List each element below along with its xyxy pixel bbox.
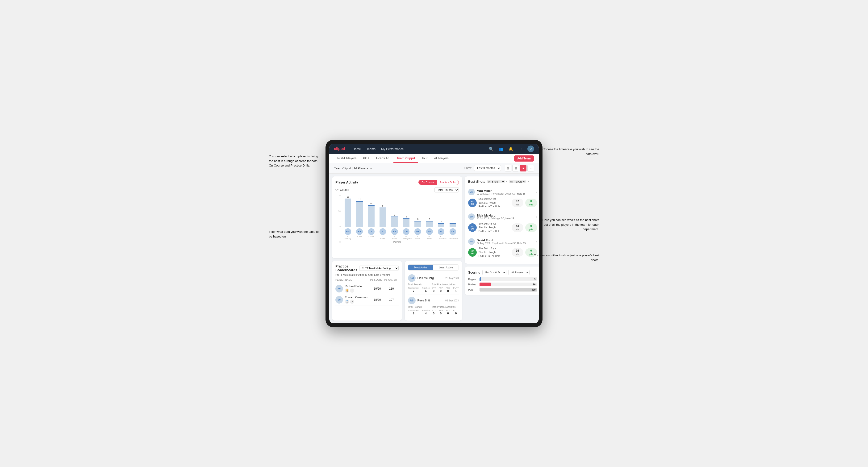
shot-meta-miller: 09 Jun 2023 · Royal North Devon GC, Hole… bbox=[477, 192, 526, 195]
avatar-coles: JC bbox=[379, 228, 386, 235]
least-active-btn[interactable]: Least Active bbox=[433, 264, 459, 270]
page-wrapper: You can select which player is doing the… bbox=[269, 140, 599, 327]
sub-nav: PGAT Players PGA Hcaps 1-5 Team Clippd T… bbox=[329, 154, 539, 163]
sub-nav-pgat[interactable]: PGAT Players bbox=[334, 154, 360, 163]
show-label: Show: bbox=[464, 166, 472, 170]
bar-butler bbox=[414, 221, 421, 227]
practice-acts-row-mcHarg: GTT 0 APP 0 bbox=[432, 287, 459, 293]
putt-val-mcHarg: 1 bbox=[453, 289, 459, 293]
practice-leaderboard-card: Practice Leaderboards PUTT Must Make Put… bbox=[332, 261, 402, 320]
arg-label-britt: ARG bbox=[446, 309, 451, 312]
shots-type-select[interactable]: All Shots Best Shots bbox=[487, 180, 505, 183]
gtt-val-britt: 0 bbox=[432, 312, 436, 315]
users-icon[interactable]: 👥 bbox=[498, 146, 504, 152]
avatar-britt: BB bbox=[356, 228, 363, 235]
shot-yds-miller: 67yds bbox=[512, 198, 523, 207]
bar-group-robertson: 2 bbox=[450, 194, 456, 227]
timescale-select[interactable]: Last 3 months Last month Last 6 months L… bbox=[474, 165, 501, 171]
col-player-name: PLAYER NAME bbox=[335, 279, 370, 281]
shot-player-info-miller: Matt Miller 09 Jun 2023 · Royal North De… bbox=[477, 189, 526, 195]
player-activity-header: Player Activity On Course Practice Drill… bbox=[335, 180, 459, 185]
view-grid3-button[interactable]: ⊟ bbox=[512, 165, 519, 172]
chevron-right-miller: › bbox=[536, 190, 537, 194]
arg-val-mcHarg: 0 bbox=[446, 289, 451, 293]
x-label-ebert: E. Ebert bbox=[391, 236, 398, 240]
add-team-button[interactable]: Add Team bbox=[514, 155, 534, 161]
shot-player-header-miller: MM Matt Miller 09 Jun 2023 · Royal North… bbox=[468, 189, 537, 195]
scoring-val-pars: 499 bbox=[532, 288, 536, 291]
sub-nav-tour[interactable]: Tour bbox=[418, 154, 431, 163]
sub-nav-pga[interactable]: PGA bbox=[360, 154, 373, 163]
chart-metric-dropdown[interactable]: Total Rounds Fairways GIR bbox=[434, 187, 459, 192]
nav-teams[interactable]: Teams bbox=[367, 147, 375, 151]
shot-badge-dford: 198 SG bbox=[468, 248, 477, 257]
nav-home[interactable]: Home bbox=[352, 147, 361, 151]
bar-chart-wrapper: 15 10 5 0 13 bbox=[335, 194, 459, 255]
search-icon[interactable]: 🔍 bbox=[488, 146, 494, 152]
most-active-btn[interactable]: Most Active bbox=[408, 264, 434, 270]
y-axis: 15 10 5 0 bbox=[335, 194, 342, 243]
rank-badge-crossman: 🥈 bbox=[345, 300, 349, 304]
app-label: APP bbox=[439, 287, 443, 289]
shot-badge-miller: 200 SG bbox=[468, 198, 477, 207]
avatar-crossman: EC bbox=[438, 228, 444, 235]
sub-nav-team-clippd[interactable]: Team Clippd bbox=[394, 154, 418, 163]
rounds-label-britt: Total Rounds bbox=[408, 306, 430, 308]
bar-group-mcHarg: 13 bbox=[345, 194, 351, 227]
shot-dist-mcharg: Shot Dist: 43 yds bbox=[478, 222, 510, 226]
shot-player-info-dford: David Ford 24 Aug 2023 · Royal North Dev… bbox=[477, 239, 526, 245]
tournament-col-mcHarg: Tournament 7 bbox=[408, 287, 420, 293]
practice-acts-label-mcHarg: Total Practice Activities bbox=[432, 283, 459, 286]
pb-score-crossman: 18/20 bbox=[370, 298, 384, 302]
scoring-player-select[interactable]: All Players bbox=[508, 270, 530, 275]
shot-entry-mcharg[interactable]: BM Blair McHarg 23 Jul 2023 · Ashridge G… bbox=[468, 211, 537, 236]
active-header-mcHarg: BM Blair McHarg 26 Aug 2023 bbox=[408, 274, 459, 282]
practice-acts-mcHarg: Total Practice Activities GTT 0 APP bbox=[432, 283, 459, 293]
tournament-label-britt: Tournament bbox=[408, 309, 420, 312]
sub-nav-hcaps[interactable]: Hcaps 1-5 bbox=[373, 154, 394, 163]
chevron-right-mcharg: › bbox=[536, 215, 537, 219]
scoring-fill-eagles bbox=[479, 277, 481, 281]
view-grid2-button[interactable]: ⊞ bbox=[505, 165, 512, 172]
view-heart-button[interactable]: ♥ bbox=[520, 165, 526, 172]
shot-end-miller: End Lie: In The Hole bbox=[478, 205, 510, 209]
bar-group-coles: 9 bbox=[379, 194, 386, 227]
shot-entry-miller[interactable]: MM Matt Miller 09 Jun 2023 · Royal North… bbox=[468, 186, 537, 211]
scoring-par-select[interactable]: Par 3, 4 & 5s bbox=[483, 270, 506, 275]
add-circle-icon[interactable]: ⊕ bbox=[518, 146, 524, 152]
shot-meta-mcharg: 23 Jul 2023 · Ashridge GC, Hole 15 bbox=[477, 217, 514, 220]
edit-icon[interactable]: ✏ bbox=[370, 166, 372, 170]
active-name-britt: Rees Britt bbox=[417, 299, 430, 302]
sub-nav-all-players[interactable]: All Players bbox=[431, 154, 452, 163]
bar-chart: 15 10 5 0 13 bbox=[335, 194, 459, 227]
nav-my-performance[interactable]: My Performance bbox=[381, 147, 404, 151]
arg-label: ARG bbox=[446, 287, 451, 289]
stats-britt: Total Rounds Tournament 8 Practice bbox=[408, 306, 459, 315]
active-date-mcHarg: 26 Aug 2023 bbox=[445, 277, 459, 280]
bar-top-mcHarg bbox=[345, 198, 351, 199]
toggle-practice-drills[interactable]: Practice Drills bbox=[437, 180, 458, 185]
shot-badge-mcharg: 200 SG bbox=[468, 223, 477, 232]
scoring-track-pars: 499 bbox=[479, 288, 537, 291]
shot-badge-sub-mcharg: SG bbox=[471, 228, 474, 230]
scoring-row-birdies: Birdies 96 bbox=[468, 283, 537, 286]
avatar[interactable]: U bbox=[527, 146, 534, 152]
practice-val-mcHarg: 6 bbox=[422, 289, 430, 293]
view-settings-button[interactable]: ≡ bbox=[527, 165, 534, 172]
shot-meta-dford: 24 Aug 2023 · Royal North Devon GC, Hole… bbox=[477, 242, 526, 245]
practice-label-mcHarg: Practice bbox=[422, 287, 430, 289]
x-label-mcHarg: B. McHarg bbox=[345, 236, 351, 240]
rank-num-butler: 1 bbox=[350, 288, 354, 293]
bar-top-crossman bbox=[438, 223, 444, 224]
col-pb-avg: PB AVG SQ bbox=[384, 279, 399, 281]
toggle-on-course[interactable]: On Course bbox=[418, 180, 437, 185]
shots-player-select[interactable]: All Players bbox=[509, 180, 526, 183]
shot-badge-sub-dford: SG bbox=[471, 252, 474, 255]
drill-select[interactable]: PUTT Must Make Putting... bbox=[359, 266, 399, 271]
bar-top-ford bbox=[368, 205, 375, 206]
tournament-label-mcHarg: Tournament bbox=[408, 287, 420, 289]
shot-info-dford: Shot Dist: 16 yds Start Lie: Rough End L… bbox=[478, 247, 510, 258]
bell-icon[interactable]: 🔔 bbox=[507, 146, 514, 152]
nav-icons: 🔍 👥 🔔 ⊕ U bbox=[488, 146, 534, 152]
practice-acts-britt: Total Practice Activities GTT 0 APP bbox=[432, 306, 459, 315]
